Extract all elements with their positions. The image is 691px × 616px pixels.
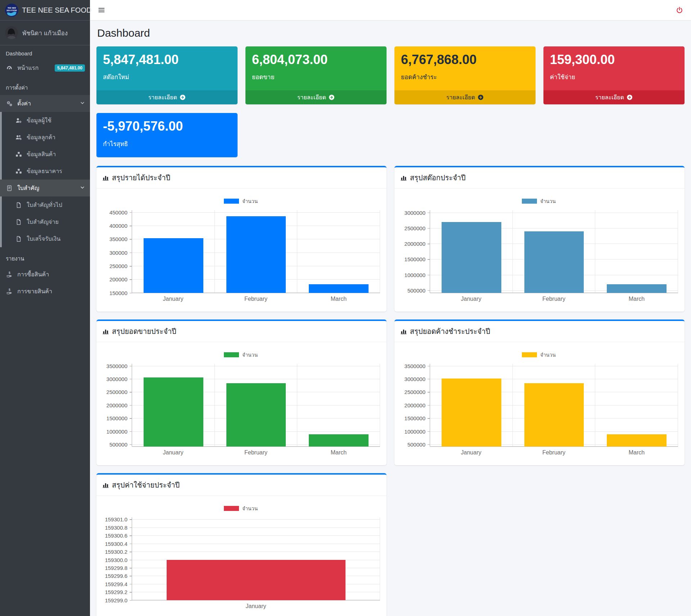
y-tick-mark bbox=[130, 279, 132, 280]
bar bbox=[309, 284, 368, 293]
sidebar-subitem[interactable]: ข้อมูลลูกค้า bbox=[0, 129, 90, 146]
brand[interactable]: TEE NEE SEA FOOD TEE NEE SEA FOOD bbox=[0, 0, 90, 21]
sidebar-spacer bbox=[0, 300, 90, 302]
x-tick-label: March bbox=[297, 449, 380, 456]
chart-title: สรุปยอดค้างชำระประจำปี bbox=[410, 326, 490, 337]
stat-card-label: ยอดขาย bbox=[252, 72, 380, 82]
sidebar-item[interactable]: ใบสำคัญ bbox=[0, 180, 90, 196]
gridline bbox=[380, 364, 380, 447]
stat-card: 5,847,481.00สต๊อกใหม่รายละเอียด bbox=[96, 46, 238, 104]
page-title: Dashboard bbox=[97, 27, 685, 39]
sidebar-item[interactable]: $การขายสินค้า bbox=[0, 283, 90, 300]
chart-card: สรุปค่าใช้จ่ายประจำปีจำนวน159301.0159300… bbox=[96, 473, 387, 616]
stat-cards-row-1: 5,847,481.00สต๊อกใหม่รายละเอียด6,804,073… bbox=[96, 46, 685, 104]
stat-card-value: -5,970,576.00 bbox=[103, 119, 231, 133]
stat-card-value: 5,847,481.00 bbox=[103, 52, 231, 67]
chart-card-body: จำนวน159301.0159300.8159300.6159300.4159… bbox=[96, 496, 387, 616]
chart-card-body: จำนวน30000002500000200000015000001000000… bbox=[394, 189, 685, 312]
y-tick-label: 500000 bbox=[407, 441, 425, 447]
sidebar-subitem-label: ใบเสร็จรับเงิน bbox=[27, 234, 60, 243]
sidebar-item[interactable]: ตั้งค่า bbox=[0, 95, 90, 112]
y-tick-mark bbox=[130, 535, 132, 536]
chart-title: สรุปยอดขายประจำปี bbox=[112, 326, 176, 337]
x-tick-label: January bbox=[132, 296, 214, 302]
user-name[interactable]: พัชนิดา แก้วเมือง bbox=[22, 28, 68, 38]
gridline bbox=[132, 519, 380, 520]
y-tick-label: 250000 bbox=[109, 263, 127, 269]
stat-card-body: -5,970,576.00กำไรสุทธิ bbox=[96, 113, 238, 157]
y-tick-mark bbox=[130, 584, 132, 585]
bar bbox=[524, 231, 584, 293]
y-tick-mark bbox=[130, 576, 132, 576]
svg-text:SEA FOOD: SEA FOOD bbox=[6, 9, 17, 11]
chart-card-header: สรุปยอดขายประจำปี bbox=[96, 321, 387, 342]
gridline bbox=[595, 210, 595, 293]
y-tick-label: 1500000 bbox=[405, 415, 425, 421]
gridline bbox=[132, 366, 380, 366]
y-tick-label: 2500000 bbox=[107, 389, 127, 395]
stat-card-body: 5,847,481.00สต๊อกใหม่ bbox=[96, 46, 238, 90]
stat-card-detail-link[interactable]: รายละเอียด bbox=[543, 90, 685, 104]
y-tick-mark bbox=[130, 379, 132, 380]
bar bbox=[442, 222, 501, 293]
stat-card-detail-label: รายละเอียด bbox=[148, 93, 177, 102]
sidebar-subitem[interactable]: ข้อมูลสินค้า bbox=[0, 146, 90, 163]
stat-card: -5,970,576.00กำไรสุทธิ bbox=[96, 113, 238, 157]
sidebar-subitem[interactable]: ใบสำคัญจ่าย bbox=[0, 213, 90, 230]
y-tick-label: 2000000 bbox=[107, 402, 127, 408]
sidebar-item[interactable]: หน้าแรก5,847,481.00 bbox=[0, 59, 90, 76]
users-gear-icon bbox=[14, 134, 23, 141]
power-icon[interactable] bbox=[676, 6, 683, 14]
file-icon bbox=[14, 219, 23, 225]
legend-swatch bbox=[224, 199, 239, 204]
y-tick-label: 159299.6 bbox=[105, 573, 127, 579]
y-tick-label: 159299.8 bbox=[105, 565, 127, 571]
sidebar-item-label: การขายสินค้า bbox=[17, 287, 52, 296]
stat-card-detail-link[interactable]: รายละเอียด bbox=[394, 90, 536, 104]
y-tick-mark bbox=[428, 259, 430, 260]
y-tick-label: 500000 bbox=[109, 441, 127, 447]
sidebar-item-label: ตั้งค่า bbox=[17, 99, 31, 108]
sidebar-subitem[interactable]: ข้อมูลผู้ใช้ bbox=[0, 112, 90, 129]
legend-label: จำนวน bbox=[540, 197, 556, 205]
bar bbox=[226, 383, 286, 447]
y-tick-label: 1000000 bbox=[405, 272, 425, 278]
y-tick-label: 2000000 bbox=[405, 241, 425, 247]
legend-swatch bbox=[224, 352, 239, 357]
sidebar-section-header: Dashboard bbox=[0, 45, 90, 59]
chart-card: สรุปยอดขายประจำปีจำนวน350000030000002500… bbox=[96, 320, 387, 465]
x-axis-labels: JanuaryFebruaryMarch bbox=[132, 296, 380, 302]
chart-legend: จำนวน bbox=[101, 351, 380, 359]
sidebar-item[interactable]: $การซื้อสินค้า bbox=[0, 266, 90, 283]
sidebar-subitem[interactable]: ใบสำคัญทั่วไป bbox=[0, 196, 90, 213]
y-tick-label: 300000 bbox=[109, 249, 127, 255]
sidebar-subitem[interactable]: ใบเสร็จรับเงิน bbox=[0, 230, 90, 247]
chart-plot bbox=[430, 364, 678, 447]
avatar[interactable] bbox=[5, 26, 18, 39]
menu-icon[interactable] bbox=[98, 6, 105, 14]
cubes-icon bbox=[14, 168, 23, 175]
stat-card-detail-link[interactable]: รายละเอียด bbox=[96, 90, 238, 104]
hand-dollar-icon: $ bbox=[5, 271, 14, 278]
bar bbox=[167, 560, 345, 600]
y-tick-mark bbox=[130, 560, 132, 561]
sidebar-item-badge: 5,847,481.00 bbox=[55, 64, 85, 72]
sidebar-submenu: ใบสำคัญทั่วไปใบสำคัญจ่ายใบเสร็จรับเงิน bbox=[0, 196, 90, 247]
sidebar-subitem-label: ใบสำคัญจ่าย bbox=[27, 217, 59, 226]
sidebar-item-label: การซื้อสินค้า bbox=[17, 270, 49, 279]
chart-card-header: สรุปยอดค้างชำระประจำปี bbox=[394, 321, 685, 342]
chart-title: สรุปค่าใช้จ่ายประจำปี bbox=[112, 479, 180, 491]
y-tick-mark bbox=[130, 544, 132, 544]
y-tick-label: 450000 bbox=[109, 209, 127, 215]
stat-card-detail-link[interactable]: รายละเอียด bbox=[245, 90, 387, 104]
stat-card-body: 6,767,868.00ยอดค้างชำระ bbox=[394, 46, 536, 90]
y-tick-mark bbox=[428, 418, 430, 419]
y-axis-gutter: 159301.0159300.8159300.6159300.4159300.2… bbox=[101, 517, 132, 600]
stat-card-detail-label: รายละเอียด bbox=[297, 93, 326, 102]
sidebar-subitem[interactable]: ข้อมูลธนาคาร bbox=[0, 163, 90, 180]
chart-title: สรุปรายได้ประจำปี bbox=[112, 172, 170, 184]
y-tick-mark bbox=[428, 244, 430, 244]
gridline bbox=[132, 212, 380, 213]
chart-bar-icon bbox=[102, 328, 109, 335]
sidebar-item-label: ใบสำคัญ bbox=[17, 184, 39, 192]
